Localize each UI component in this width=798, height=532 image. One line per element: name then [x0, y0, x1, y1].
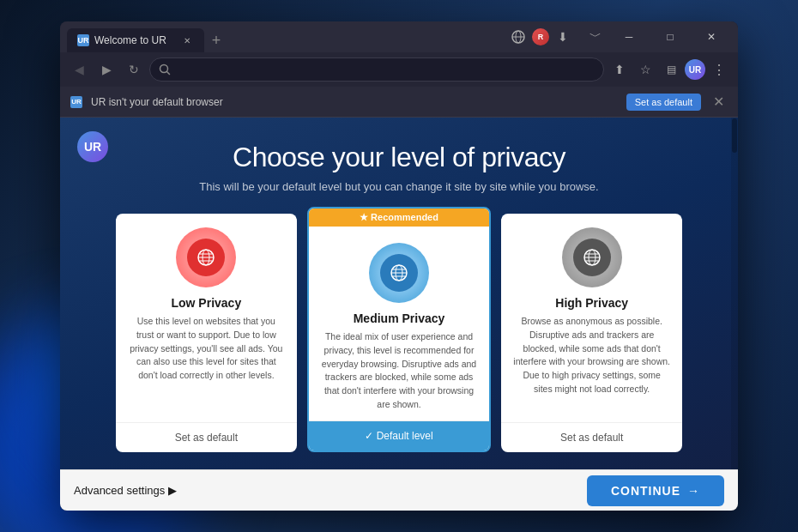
address-input[interactable]	[176, 63, 595, 76]
high-privacy-icon-wrap	[562, 227, 622, 287]
reload-button[interactable]: ↻	[122, 57, 146, 82]
high-privacy-footer[interactable]: Set as default	[501, 422, 682, 452]
language-icon[interactable]	[508, 27, 529, 47]
tab-title: Welcome to UR	[94, 34, 166, 46]
high-privacy-desc: Browse as anonymous as possible. Disrupt…	[511, 315, 672, 414]
tab-close-button[interactable]: ✕	[180, 33, 194, 47]
notification-bar: UR UR isn't your default browser Set as …	[60, 87, 738, 118]
tab-area: UR Welcome to UR ✕ +	[67, 21, 508, 52]
medium-privacy-title: Medium Privacy	[354, 311, 445, 325]
title-bar: UR Welcome to UR ✕ + R ⬇	[60, 21, 738, 52]
scrollbar-thumb[interactable]	[732, 118, 737, 153]
medium-globe-icon	[390, 263, 408, 282]
toolbar: ◀ ▶ ↻ ⬆ ☆ ▤ UR ⋮	[60, 52, 738, 87]
medium-privacy-footer[interactable]: ✓ Default level	[309, 420, 490, 450]
high-globe-icon	[583, 248, 602, 267]
window-controls: ﹀ ─ □ ✕	[583, 23, 731, 51]
low-privacy-desc: Use this level on websites that you trus…	[126, 315, 287, 414]
page-main: Choose your level of privacy This will b…	[60, 118, 738, 469]
address-bar[interactable]	[149, 57, 604, 82]
page-content: UR Choose your level of privacy This wil…	[60, 118, 738, 469]
notification-text: UR isn't your default browser	[91, 96, 618, 108]
toolbar-icons: ⬆ ☆ ▤ UR ⋮	[608, 57, 731, 82]
high-privacy-title: High Privacy	[555, 296, 628, 310]
page-logo: UR	[77, 131, 108, 162]
tab-favicon: UR	[77, 34, 89, 46]
notification-close-button[interactable]: ✕	[710, 94, 728, 110]
continue-label: CONTINUE	[611, 484, 680, 498]
ur-account-icon[interactable]: UR	[685, 59, 705, 80]
page-title: Choose your level of privacy	[233, 142, 565, 173]
privacy-cards-container: Low Privacy Use this level on websites t…	[116, 214, 682, 452]
new-tab-button[interactable]: +	[204, 28, 228, 52]
low-privacy-title: Low Privacy	[171, 296, 241, 310]
low-privacy-footer[interactable]: Set as default	[116, 422, 297, 452]
back-button[interactable]: ◀	[67, 57, 91, 82]
scrollbar-track[interactable]	[731, 118, 738, 469]
minimize-button[interactable]: ─	[609, 23, 649, 51]
svg-line-4	[167, 72, 170, 75]
notif-favicon: UR	[70, 96, 82, 108]
continue-arrow-icon: →	[687, 484, 700, 498]
forward-button[interactable]: ▶	[94, 57, 118, 82]
active-tab[interactable]: UR Welcome to UR ✕	[67, 28, 204, 52]
high-privacy-card[interactable]: High Privacy Browse as anonymous as poss…	[501, 214, 682, 452]
download-icon[interactable]: ⬇	[553, 27, 573, 47]
search-icon	[159, 63, 171, 76]
advanced-settings-label: Advanced settings	[74, 484, 165, 497]
bookmark-icon[interactable]: ☆	[633, 57, 657, 82]
browser-window: UR Welcome to UR ✕ + R ⬇	[60, 21, 738, 511]
close-button[interactable]: ✕	[692, 23, 731, 51]
low-privacy-icon	[187, 239, 225, 276]
advanced-settings-link[interactable]: Advanced settings ▶	[74, 484, 177, 497]
bottom-bar: Advanced settings ▶ CONTINUE →	[60, 469, 738, 511]
medium-privacy-card[interactable]: ★ Recommended	[307, 207, 492, 452]
expand-icon[interactable]: ﹀	[583, 25, 608, 49]
medium-privacy-desc: The ideal mix of user experience and pri…	[319, 330, 480, 412]
advanced-settings-arrow-icon: ▶	[168, 484, 177, 497]
page-subtitle: This will be your default level but you …	[199, 180, 598, 193]
medium-privacy-icon-wrap	[369, 243, 429, 303]
set-as-default-button[interactable]: Set as default	[626, 94, 701, 111]
low-privacy-icon-wrap	[176, 227, 236, 287]
desktop: UR Welcome to UR ✕ + R ⬇	[0, 0, 798, 532]
menu-icon[interactable]: ⋮	[707, 57, 731, 82]
reader-icon[interactable]: ▤	[659, 57, 683, 82]
recommended-badge: ★ Recommended	[309, 209, 490, 227]
low-privacy-card[interactable]: Low Privacy Use this level on websites t…	[116, 214, 297, 452]
continue-button[interactable]: CONTINUE →	[587, 475, 724, 506]
profile-icon[interactable]: R	[530, 27, 551, 47]
medium-privacy-icon	[380, 254, 418, 292]
high-privacy-icon	[573, 239, 611, 276]
share-icon[interactable]: ⬆	[608, 57, 632, 82]
low-globe-icon	[196, 248, 215, 267]
maximize-button[interactable]: □	[650, 23, 690, 51]
